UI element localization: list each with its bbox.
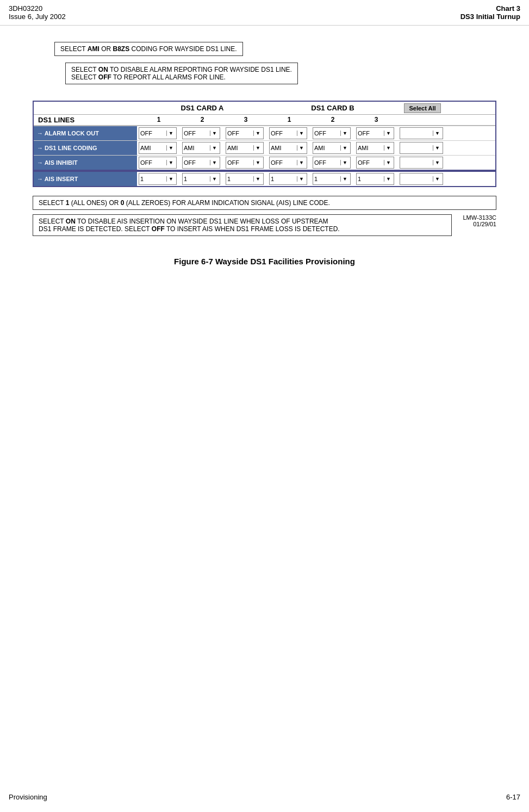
dropdown-coding-b1[interactable]: AMI▼ bbox=[269, 142, 307, 154]
select-all-button[interactable]: Select All bbox=[404, 103, 440, 113]
col-num-a3: 3 bbox=[224, 115, 267, 125]
callout4-box: SELECT ON TO DISABLE AIS INSERTION ON WA… bbox=[33, 214, 452, 236]
dropdown-alarm-b2[interactable]: OFF▼ bbox=[313, 127, 351, 139]
header-chart: Chart 3 bbox=[460, 4, 520, 13]
callout1-pre: SELECT bbox=[60, 45, 88, 53]
row-ds1-line-coding: → DS1 LINE CODING AMI▼ AMI▼ AMI▼ AMI▼ bbox=[34, 140, 495, 155]
ds1-lines-header: DS1 LINES bbox=[34, 115, 137, 125]
dropdown-coding-b3[interactable]: AMI▼ bbox=[356, 142, 394, 154]
callout1-wrapper: SELECT AMI OR B8ZS CODING FOR WAYSIDE DS… bbox=[54, 42, 507, 59]
dropdown-inhibit-b3[interactable]: OFF▼ bbox=[356, 157, 394, 169]
chevron-down-icon: ▼ bbox=[166, 160, 175, 165]
cell-coding-extra: ▼ bbox=[398, 141, 447, 155]
main-content: SELECT AMI OR B8ZS CODING FOR WAYSIDE DS… bbox=[0, 26, 529, 282]
cell-alarm-a2: OFF▼ bbox=[181, 126, 224, 140]
cell-inhibit-a3: OFF▼ bbox=[224, 156, 267, 170]
dropdown-alarm-a1[interactable]: OFF▼ bbox=[139, 127, 177, 139]
callout1-end: CODING FOR WAYSIDE DS1 LINE. bbox=[129, 45, 237, 53]
dropdown-inhibit-a1[interactable]: OFF▼ bbox=[139, 157, 177, 169]
cell-alarm-b2: OFF▼ bbox=[311, 126, 354, 140]
callout1-b8zs: B8ZS bbox=[113, 45, 129, 53]
ds1-lines-label-placeholder bbox=[34, 102, 137, 114]
cell-alarm-b1: OFF▼ bbox=[267, 126, 311, 140]
chevron-down-icon: ▼ bbox=[340, 176, 349, 182]
chevron-down-icon: ▼ bbox=[433, 145, 441, 151]
chevron-down-icon: ▼ bbox=[253, 176, 262, 182]
chevron-down-icon: ▼ bbox=[384, 131, 393, 136]
callout2-l2-post: TO REPORT ALL ALARMS FOR LINE. bbox=[111, 73, 226, 81]
chevron-down-icon: ▼ bbox=[253, 131, 262, 136]
select-all-btn[interactable]: Select All bbox=[398, 102, 447, 114]
lmw-line1: LMW-3133C bbox=[463, 214, 496, 221]
cell-inhibit-a1: OFF▼ bbox=[137, 156, 181, 170]
dropdown-insert-b3[interactable]: 1▼ bbox=[356, 173, 394, 185]
dropdown-insert-b2[interactable]: 1▼ bbox=[313, 173, 351, 185]
cell-inhibit-b1: OFF▼ bbox=[267, 156, 311, 170]
dropdown-alarm-extra[interactable]: ▼ bbox=[400, 127, 443, 139]
cell-insert-a1: 1▼ bbox=[137, 172, 181, 186]
callout4-l1-bold: ON bbox=[66, 218, 76, 225]
cell-inhibit-extra: ▼ bbox=[398, 156, 447, 170]
dropdown-coding-extra[interactable]: ▼ bbox=[400, 142, 443, 154]
col-num-a1: 1 bbox=[137, 115, 181, 125]
cell-insert-a3: 1▼ bbox=[224, 172, 267, 186]
dropdown-inhibit-extra[interactable]: ▼ bbox=[400, 157, 443, 169]
chevron-down-icon: ▼ bbox=[210, 131, 219, 136]
dropdown-coding-a2[interactable]: AMI▼ bbox=[182, 142, 220, 154]
dropdown-alarm-a3[interactable]: OFF▼ bbox=[226, 127, 264, 139]
col-num-a2: 2 bbox=[181, 115, 224, 125]
chevron-down-icon: ▼ bbox=[384, 160, 393, 165]
callout2-line2: SELECT OFF TO REPORT ALL ALARMS FOR LINE… bbox=[71, 73, 292, 81]
chevron-down-icon: ▼ bbox=[210, 145, 219, 151]
cell-insert-extra: ▼ bbox=[398, 172, 447, 186]
cell-inhibit-a2: OFF▼ bbox=[181, 156, 224, 170]
dropdown-coding-a1[interactable]: AMI▼ bbox=[139, 142, 177, 154]
chevron-down-icon: ▼ bbox=[384, 145, 393, 151]
cell-alarm-a1: OFF▼ bbox=[137, 126, 181, 140]
dropdown-alarm-b1[interactable]: OFF▼ bbox=[269, 127, 307, 139]
chevron-down-icon: ▼ bbox=[166, 131, 175, 136]
chevron-down-icon: ▼ bbox=[433, 160, 441, 165]
dropdown-insert-a3[interactable]: 1▼ bbox=[226, 173, 264, 185]
callout3-pre: SELECT bbox=[39, 199, 66, 207]
dropdown-alarm-a2[interactable]: OFF▼ bbox=[182, 127, 220, 139]
callout4-line1: SELECT ON TO DISABLE AIS INSERTION ON WA… bbox=[39, 218, 446, 225]
chevron-down-icon: ▼ bbox=[210, 160, 219, 165]
col-num-b1: 1 bbox=[267, 115, 311, 125]
callout3-box: SELECT 1 (ALL ONES) OR 0 (ALL ZEROES) FO… bbox=[33, 196, 496, 210]
header-doc-number: 3DH03220 bbox=[9, 4, 66, 13]
callout3-mid1: (ALL ONES) OR bbox=[70, 199, 121, 207]
callout4-l1-pre: SELECT bbox=[39, 218, 66, 225]
row-label-coding: → DS1 LINE CODING bbox=[34, 141, 137, 155]
dropdown-insert-b1[interactable]: 1▼ bbox=[269, 173, 307, 185]
figure-caption: Figure 6-7 Wayside DS1 Facilities Provis… bbox=[22, 257, 507, 266]
dropdown-insert-extra[interactable]: ▼ bbox=[400, 173, 443, 185]
dropdown-inhibit-a3[interactable]: OFF▼ bbox=[226, 157, 264, 169]
dropdown-coding-b2[interactable]: AMI▼ bbox=[313, 142, 351, 154]
dropdown-alarm-b3[interactable]: OFF▼ bbox=[356, 127, 394, 139]
dropdown-insert-a2[interactable]: 1▼ bbox=[182, 173, 220, 185]
footer-right: 6-17 bbox=[506, 793, 520, 801]
card-b-label: DS1 CARD B bbox=[267, 102, 398, 114]
cell-insert-b3: 1▼ bbox=[354, 172, 398, 186]
callout4-l2-post: TO INSERT AIS WHEN DS1 FRAME LOSS IS DET… bbox=[165, 225, 340, 233]
dropdown-inhibit-a2[interactable]: OFF▼ bbox=[182, 157, 220, 169]
callout2-l1-pre: SELECT bbox=[71, 66, 98, 73]
chevron-down-icon: ▼ bbox=[340, 131, 349, 136]
cell-alarm-extra: ▼ bbox=[398, 126, 447, 140]
callout4-l2-bold: OFF bbox=[152, 225, 165, 233]
chevron-down-icon: ▼ bbox=[297, 176, 306, 182]
page-header: 3DH03220 Issue 6, July 2002 Chart 3 DS3 … bbox=[0, 0, 529, 26]
chevron-down-icon: ▼ bbox=[384, 176, 393, 182]
col-num-b3: 3 bbox=[354, 115, 398, 125]
callout1-box: SELECT AMI OR B8ZS CODING FOR WAYSIDE DS… bbox=[54, 42, 243, 56]
callout2-wrapper: SELECT ON TO DISABLE ALARM REPORTING FOR… bbox=[65, 63, 507, 88]
dropdown-insert-a1[interactable]: 1▼ bbox=[139, 173, 177, 185]
callout2-box: SELECT ON TO DISABLE ALARM REPORTING FOR… bbox=[65, 63, 298, 84]
dropdown-inhibit-b1[interactable]: OFF▼ bbox=[269, 157, 307, 169]
callout4-l2: DS1 FRAME IS DETECTED. SELECT bbox=[39, 225, 152, 233]
callout3-mid2: (ALL ZEROES) FOR ALARM INDICATION SIGNAL… bbox=[124, 199, 329, 207]
cell-insert-b2: 1▼ bbox=[311, 172, 354, 186]
dropdown-inhibit-b2[interactable]: OFF▼ bbox=[313, 157, 351, 169]
dropdown-coding-a3[interactable]: AMI▼ bbox=[226, 142, 264, 154]
